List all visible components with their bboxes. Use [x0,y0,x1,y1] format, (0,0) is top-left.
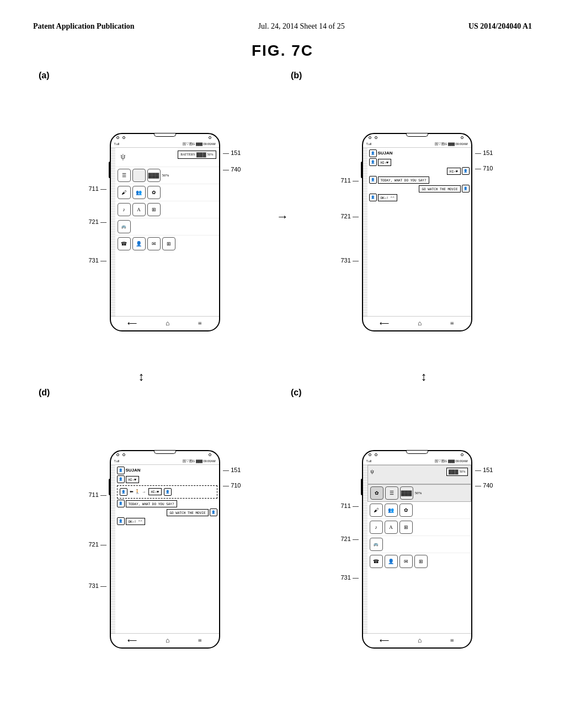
bubble-d3: TODAY, WHAT DO YOU SAY? [126,500,177,507]
chat-row-1b: 👤 HI~♥ [369,158,470,166]
chat-row-2b: HI~♥ 👤 [369,167,470,175]
app-grid-a: ⊞ [147,203,161,216]
avatar-b2: 👤 [462,167,470,175]
bubble-b5: OK~! ^^ [378,194,397,201]
bottom-bar-c: ⟵ ⌂ ≡ [363,633,471,647]
ref-151-b: — 151 [475,149,493,156]
screen-d: 👤 SUJAN 👤 HI~♥ 👤 ⬅ 🚶 → [111,465,219,633]
ref-731-a: 731 — [89,257,106,264]
app-icon-3c: ▓▓▓ [400,486,413,500]
app-paint-c: 🖌 [370,504,383,517]
avatar-d3: 👤 [117,500,125,507]
app-text-a: A [132,203,146,216]
chat-row-4d: GO WATCH THE MOVIE 👤 [117,508,217,516]
phone-notch-c [406,451,428,454]
avatar-b1: 👤 [369,158,377,166]
battery-pct-c: 50% [460,470,466,473]
menu-btn-c[interactable]: ≡ [450,636,454,645]
app-row-4a: 🚌 [115,218,219,235]
back-btn-c[interactable]: ⟵ [380,636,389,645]
app-icon-2c: ☰ [385,486,398,500]
back-btn-d[interactable]: ⟵ [127,636,137,645]
bubble-b3: TODAY, WHAT DO YOU SAY? [378,176,429,184]
phone-dot-2c [375,453,377,456]
ref-711-a: 711 — [89,185,106,192]
avatar-b4: 👤 [462,185,470,192]
phone-d: 711 — 721 — 731 — — 151 — 710 T.ull [110,450,220,649]
screen-a: ψ BATTERY ▓▓▓ 50% ☰ [111,148,219,316]
phone-top-d [111,451,219,458]
phone-dot-2d [122,453,125,456]
phone-dot-2b [375,136,377,139]
ref-151-c: — 151 [475,467,493,473]
ref-721-a: 721 — [89,218,106,225]
phone-device-c: T.ull 国▽图G ▓▓▓ 09:00AM ψ ▓▓▓ 50% [362,450,472,649]
phone-top-a [111,134,219,141]
app-row-5c: ☎ 👤 ✉ ⊞ [367,553,471,570]
quadrant-a: (a) 711 — 721 — 731 — — 151 — 740 [33,71,280,382]
status-bar-a: T.ull 国▽图G ▓▓▓ 09:00AM [111,141,219,148]
ref-151-d: — 151 [223,467,241,473]
left-strip-a [111,148,115,316]
bubble-d4: GO WATCH THE MOVIE [167,509,208,516]
status-icons-b: 国▽图G ▓▓▓ 09:00AM [435,142,467,146]
header: Patent Application Publication Jul. 24, … [33,22,532,31]
label-d: (d) [39,388,50,398]
pct-label-a: 50% [162,173,169,178]
sujan-name-d: SUJAN [126,468,141,473]
app-row-4c: 🚌 [367,536,471,553]
phone-dot-2a [122,136,125,139]
app-music-a: ♪ [118,203,131,216]
bottom-bar-d: ⟵ ⌂ ≡ [111,633,219,647]
header-patent-number: US 2014/204040 A1 [468,22,532,31]
cursor-a: ψ [121,152,126,161]
avatar-b5: 👤 [369,194,377,201]
phone-dot-1a [116,136,119,139]
avatar-anim1: 👤 [120,488,127,496]
menu-btn-d[interactable]: ≡ [198,636,202,645]
chat-row-3d: 👤 TODAY, WHAT DO YOU SAY? [117,500,217,507]
home-btn-a[interactable]: ⌂ [166,319,169,328]
bottom-bar-b: ⟵ ⌂ ≡ [363,316,471,330]
home-btn-b[interactable]: ⌂ [418,319,422,328]
menu-btn-a[interactable]: ≡ [198,319,202,328]
ref-721-c: 721 — [341,536,359,542]
app-row-3a: ♪ A ⊞ [115,201,219,218]
anim-arrow: → [142,490,146,494]
signal-a: T.ull [114,142,120,146]
app-icon-3a: ▓▓▓ [147,169,161,182]
app-flower-c: ✿ [399,504,413,517]
left-strip-b [363,148,367,316]
app-mail-a: ✉ [147,237,161,250]
avatar-anim2: 👤 [164,488,172,496]
app-call-c: ☎ [370,555,383,568]
menu-btn-b[interactable]: ≡ [450,319,454,328]
app-paint-a: 🖌 [118,186,131,199]
back-btn-a[interactable]: ⟵ [127,319,137,328]
app-row-1c-highlight: ✿ ☰ ▓▓▓ 50% [367,484,471,502]
ref-711-d: 711 — [89,491,106,498]
phone-dot-1c [369,453,371,456]
ref-731-c: 731 — [341,574,359,581]
ref-740-c: — 740 [475,482,493,489]
animation-area-d: 👤 ⬅ 🚶 → HI~♥ 👤 [117,485,217,499]
phone-dot-1d [116,453,119,456]
back-btn-b[interactable]: ⟵ [380,319,389,328]
screen-c: ψ ▓▓▓ 50% ✿ ☰ ▓▓▓ 50% [363,465,471,633]
ref-721-b: 721 — [341,213,359,220]
ref-731-b: 731 — [341,257,359,264]
phone-c: 711 — 721 — 731 — — 151 — 740 T.ull [362,450,472,649]
bottom-bar-a: ⟵ ⌂ ≡ [111,316,219,330]
battery-label: BATTERY [180,153,195,156]
home-btn-c[interactable]: ⌂ [418,636,422,645]
app-call-a: ☎ [118,237,131,250]
app-flower-a: ✿ [147,186,161,199]
status-bar-c: T.ull 国▽图G ▓▓▓ 09:00AM [363,458,471,465]
screen-b: 👤 SUJAN 👤 HI~♥ HI~♥ 👤 [363,148,471,316]
phone-device-d: T.ull 国▽图G ▓▓▓ 09:00AM 👤 SUJAN 👤 [110,450,220,649]
home-btn-d[interactable]: ⌂ [166,636,169,645]
label-b: (b) [291,71,302,81]
phone-top-b [363,134,471,141]
app-people-c: 👥 [385,504,398,517]
figure-grid: (a) 711 — 721 — 731 — — 151 — 740 [33,71,532,699]
